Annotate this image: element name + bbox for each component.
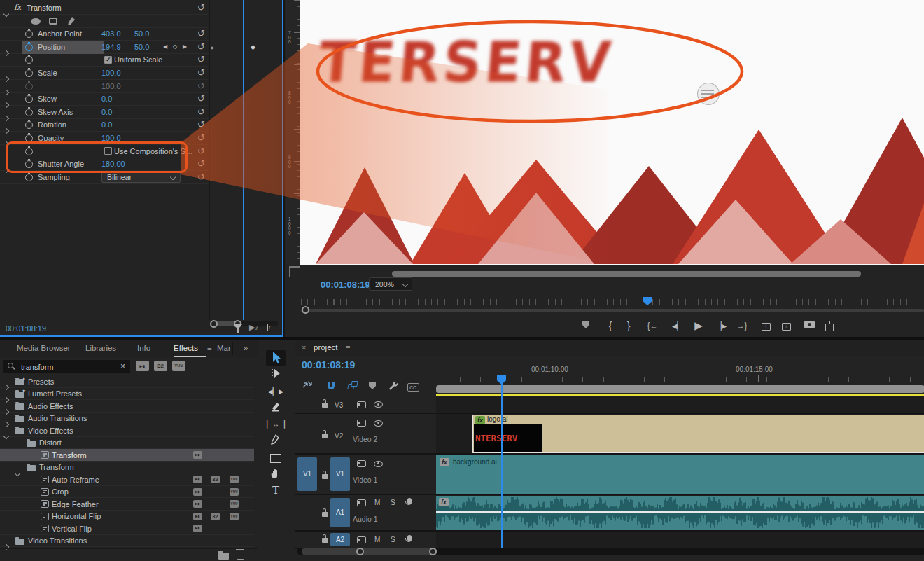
- tree-item-transform[interactable]: Transform: [0, 462, 254, 474]
- reset-parameter-icon[interactable]: ↺: [197, 93, 205, 104]
- tree-item-audio-transitions[interactable]: Audio Transitions: [0, 413, 254, 425]
- track-label[interactable]: Video 2: [353, 435, 377, 443]
- clip-background[interactable]: fx background.ai: [436, 455, 924, 494]
- mark-in-button[interactable]: {: [602, 317, 619, 334]
- pen-tool[interactable]: [266, 434, 286, 449]
- reset-parameter-icon[interactable]: ↺: [197, 67, 205, 78]
- property-value-x[interactable]: 0.0: [102, 95, 112, 103]
- mark-out-button[interactable]: }: [620, 317, 637, 334]
- lock-track-icon[interactable]: [322, 538, 328, 543]
- monitor-seek-handle[interactable]: [302, 306, 309, 314]
- property-value-x[interactable]: 403.0: [102, 29, 121, 38]
- step-back-button[interactable]: ◀▏: [669, 317, 686, 334]
- delete-icon[interactable]: [237, 551, 244, 560]
- go-to-in-button[interactable]: {←: [644, 317, 661, 334]
- create-pen-mask-icon[interactable]: [67, 16, 76, 29]
- toggle-track-visibility-icon[interactable]: [374, 461, 383, 467]
- property-value-x[interactable]: 0.0: [102, 108, 112, 116]
- razor-tool[interactable]: [266, 401, 286, 416]
- monitor-horizontal-scrollbar[interactable]: [392, 271, 861, 277]
- prev-keyframe-icon[interactable]: ◀: [163, 43, 167, 50]
- track-output-icon[interactable]: [357, 536, 366, 543]
- reset-parameter-icon[interactable]: ↺: [197, 158, 205, 169]
- filter-properties-icon[interactable]: [234, 324, 242, 333]
- scrollbar-thumb[interactable]: [302, 548, 437, 555]
- accelerated-effects-filter[interactable]: ▸∎: [136, 361, 149, 371]
- track-lane-V3[interactable]: [436, 396, 924, 413]
- track-target-V1[interactable]: V1: [330, 457, 350, 491]
- go-to-out-button[interactable]: →}: [734, 317, 750, 334]
- zoom-level-select[interactable]: 200%: [369, 277, 412, 291]
- reset-parameter-icon[interactable]: ↺: [197, 146, 205, 156]
- tree-item-auto-reframe[interactable]: Auto Reframe▸∎32YUV: [0, 473, 254, 486]
- lock-track-icon[interactable]: [322, 403, 328, 408]
- track-output-icon[interactable]: [357, 460, 366, 467]
- ripple-edit-tool[interactable]: ◀▏▶: [266, 384, 286, 399]
- export-icon[interactable]: ↑: [267, 324, 276, 331]
- new-custom-bin-icon[interactable]: [218, 553, 229, 560]
- reset-parameter-icon[interactable]: ↺: [197, 2, 205, 13]
- clip-logo[interactable]: fx logo.ai NTERSERV: [472, 415, 924, 453]
- reset-parameter-icon[interactable]: ↺: [197, 106, 205, 117]
- create-rect-mask-icon[interactable]: [49, 18, 57, 25]
- hand-tool[interactable]: [266, 467, 286, 483]
- property-value-y[interactable]: 50.0: [134, 43, 149, 51]
- tree-item-distort[interactable]: Distort: [0, 437, 254, 450]
- create-ellipse-mask-icon[interactable]: [31, 18, 41, 25]
- voiceover-record-icon[interactable]: [407, 498, 412, 504]
- tree-item-video-transitions[interactable]: Video Transitions: [0, 535, 254, 548]
- reset-parameter-icon[interactable]: ↺: [197, 54, 205, 64]
- add-keyframe-icon[interactable]: ◇: [173, 43, 177, 50]
- stopwatch-icon[interactable]: [25, 83, 33, 90]
- play-button[interactable]: ▶: [690, 317, 707, 334]
- checkbox-checked[interactable]: [104, 56, 112, 64]
- overflow-tabs-icon[interactable]: »: [244, 344, 248, 352]
- stopwatch-icon[interactable]: [25, 109, 33, 116]
- effect-controls-playhead[interactable]: [243, 0, 244, 320]
- ec-zoom-handle-left[interactable]: [210, 320, 218, 328]
- effects-search-box[interactable]: ×: [3, 360, 130, 373]
- tree-item-presets[interactable]: Presets: [0, 375, 254, 388]
- track-name-V3[interactable]: V3: [335, 401, 343, 409]
- clip-audio[interactable]: fx: [436, 496, 924, 530]
- lock-track-icon[interactable]: [322, 474, 328, 479]
- scroll-handle-right[interactable]: [429, 548, 437, 555]
- track-name-V2[interactable]: V2: [335, 432, 343, 440]
- step-forward-button[interactable]: ▕▶: [713, 317, 729, 334]
- track-label[interactable]: Audio 1: [353, 515, 378, 523]
- tree-item-edge-feather[interactable]: Edge Feather▸∎YUV: [0, 498, 254, 511]
- yuv-filter[interactable]: YUV: [172, 361, 186, 371]
- export-frame-button[interactable]: [801, 317, 818, 334]
- source-patch-V1[interactable]: V1: [298, 457, 317, 491]
- tree-item-horizontal-flip[interactable]: Horizontal Flip▸∎32YUV: [0, 511, 254, 523]
- fx-badge[interactable]: fx: [439, 498, 449, 506]
- add-marker-button[interactable]: [578, 317, 594, 334]
- reset-parameter-icon[interactable]: ↺: [197, 41, 205, 52]
- property-value-x[interactable]: 194.9: [102, 43, 121, 51]
- stopwatch-icon[interactable]: [25, 174, 33, 181]
- stopwatch-icon[interactable]: [25, 121, 33, 129]
- 32bit-filter[interactable]: 32: [154, 361, 167, 371]
- monitor-mini-timeline[interactable]: [301, 299, 924, 305]
- property-value-x[interactable]: 100.0: [102, 82, 121, 90]
- audio-volume-line[interactable]: [436, 511, 924, 513]
- reset-parameter-icon[interactable]: ↺: [197, 119, 205, 130]
- track-label[interactable]: Video 1: [353, 476, 377, 484]
- voiceover-record-icon[interactable]: [407, 535, 412, 541]
- track-target-A2[interactable]: A2: [330, 533, 350, 546]
- transform-gizmo-icon[interactable]: [697, 83, 720, 105]
- track-target-A1[interactable]: A1: [330, 498, 350, 527]
- lock-track-icon[interactable]: [322, 434, 328, 438]
- tab-media-browser[interactable]: Media Browser: [17, 344, 71, 352]
- slip-tool[interactable]: ▏↔▕: [266, 417, 286, 432]
- monitor-seek-track[interactable]: [301, 309, 924, 312]
- solo-button[interactable]: S: [391, 536, 396, 543]
- stopwatch-icon[interactable]: [25, 43, 33, 51]
- tab-libraries[interactable]: Libraries: [85, 344, 116, 352]
- tab-effects[interactable]: Effects: [174, 344, 198, 352]
- stopwatch-icon[interactable]: [25, 95, 33, 103]
- timeline-horizontal-scrollbar[interactable]: [298, 548, 924, 555]
- tree-item-audio-effects[interactable]: Audio Effects: [0, 400, 254, 413]
- lock-track-icon[interactable]: [322, 512, 328, 517]
- tree-item-video-effects[interactable]: Video Effects: [0, 424, 254, 437]
